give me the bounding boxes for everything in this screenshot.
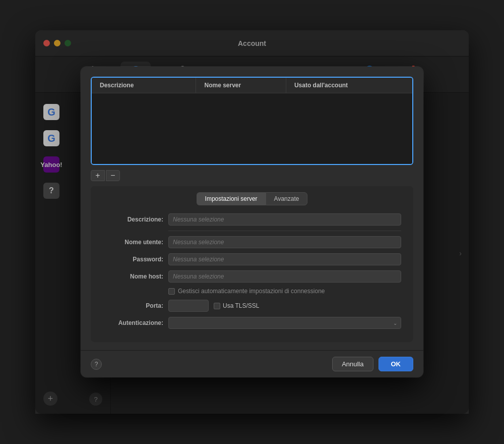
- dialog: Descrizione Nome server Usato dall'accou…: [81, 67, 423, 377]
- tls-label: Usa TLS/SSL: [223, 302, 259, 309]
- tab-avanzate[interactable]: Avanzate: [266, 192, 308, 205]
- gestisci-label: Gestisci automaticamente impostazioni di…: [178, 288, 325, 295]
- auth-select-wrapper: ⌄: [168, 317, 401, 329]
- form-row-nome-host: Nome host:: [103, 270, 401, 283]
- form-row-porta: Porta: 0 Usa TLS/SSL: [103, 300, 401, 312]
- dialog-overlay: Descrizione Nome server Usato dall'accou…: [35, 30, 469, 414]
- form-row-descrizione: Descrizione:: [103, 213, 401, 226]
- gestisci-checkbox[interactable]: [168, 288, 175, 295]
- table-header: Descrizione Nome server Usato dall'accou…: [92, 78, 412, 93]
- ok-button[interactable]: OK: [379, 357, 414, 371]
- settings-panel: Impostazioni server Avanzate Descrizione…: [91, 186, 413, 342]
- label-nome-host: Nome host:: [103, 273, 168, 280]
- tls-checkbox[interactable]: [214, 303, 220, 309]
- divider-1: [168, 231, 401, 231]
- table-header-nome-server: Nome server: [196, 78, 285, 93]
- input-porta[interactable]: 0: [168, 300, 209, 312]
- dialog-footer: ? Annulla OK: [81, 350, 423, 377]
- input-nome-utente[interactable]: [168, 236, 401, 248]
- tab-impostazioni-server[interactable]: Impostazioni server: [197, 192, 266, 205]
- remove-row-button[interactable]: −: [106, 170, 120, 181]
- form-area: Descrizione: Nome utente: Password:: [91, 205, 413, 342]
- form-row-autenticazione: Autenticazione: ⌄: [103, 317, 401, 329]
- label-autenticazione: Autenticazione:: [103, 319, 168, 326]
- annulla-button[interactable]: Annulla: [332, 357, 373, 371]
- dialog-help-button[interactable]: ?: [91, 359, 102, 370]
- label-nome-utente: Nome utente:: [103, 239, 168, 246]
- label-descrizione: Descrizione:: [103, 216, 168, 223]
- table-body: [92, 93, 412, 164]
- table-header-usato: Usato dall'account: [286, 78, 412, 93]
- form-row-nome-utente: Nome utente:: [103, 236, 401, 248]
- table-controls: + −: [91, 170, 413, 181]
- gestisci-checkbox-row: Gestisci automaticamente impostazioni di…: [168, 288, 401, 295]
- input-descrizione[interactable]: [168, 213, 401, 226]
- table-header-descrizione: Descrizione: [92, 78, 196, 93]
- footer-buttons: Annulla OK: [332, 357, 413, 371]
- auth-select[interactable]: [168, 317, 401, 329]
- tabs-row: Impostazioni server Avanzate: [91, 186, 413, 205]
- server-table: Descrizione Nome server Usato dall'accou…: [91, 77, 413, 165]
- tls-wrapper: Usa TLS/SSL: [214, 302, 259, 309]
- form-row-password: Password:: [103, 253, 401, 265]
- app-window: Account ⚙ Generali @ Account 🗑 Indesider…: [35, 30, 469, 414]
- add-row-button[interactable]: +: [91, 170, 105, 181]
- input-password[interactable]: [168, 253, 401, 265]
- input-nome-host[interactable]: [168, 270, 401, 283]
- label-porta: Porta:: [103, 302, 168, 309]
- label-password: Password:: [103, 256, 168, 263]
